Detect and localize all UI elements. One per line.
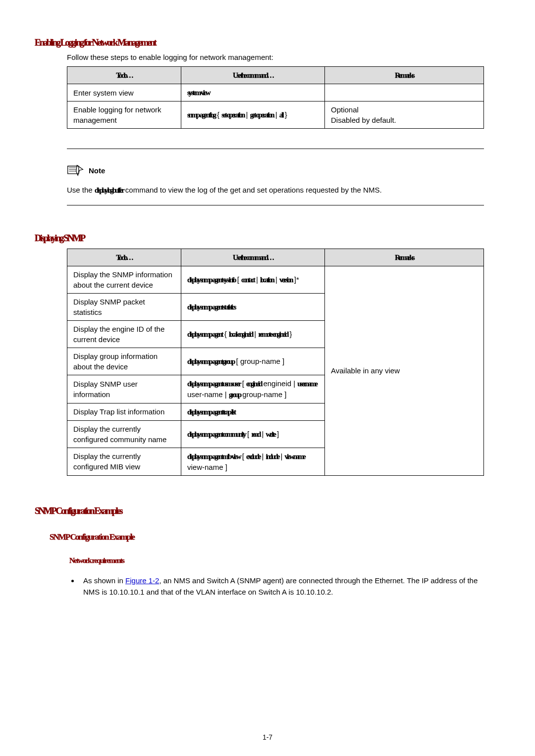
section-heading-logging: Enabling Logging for Network Management xyxy=(35,37,488,48)
cell-remarks xyxy=(325,84,484,101)
cell-command: display snmp-agent trap-list xyxy=(181,403,325,420)
th-remarks: Remarks xyxy=(325,249,484,266)
th-todo: To do… xyxy=(67,249,181,266)
cell-command: display snmp-agent statistics xyxy=(181,293,325,320)
th-remarks: Remarks xyxy=(325,67,484,84)
list-item: As shown in Figure 1-2, an NMS and Switc… xyxy=(79,575,488,598)
cell-todo: Display group information about the devi… xyxy=(67,348,181,375)
cell-command: display snmp-agent mib-view [ exclude | … xyxy=(181,448,325,475)
page-number: 1-7 xyxy=(0,733,535,741)
cell-todo: Display the SNMP information about the c… xyxy=(67,266,181,293)
cell-remarks: Optional Disabled by default. xyxy=(325,101,484,129)
cell-command: display snmp-agent sys-info [ contact | … xyxy=(181,266,325,293)
cell-todo: Display the currently configured MIB vie… xyxy=(67,448,181,475)
figure-link[interactable]: Figure 1-2 xyxy=(125,576,159,585)
table-header-row: To do… Use the command… Remarks xyxy=(67,67,484,84)
cell-todo: Display SNMP packet statistics xyxy=(67,293,181,320)
subsection-heading-example: SNMP Configuration Example xyxy=(50,532,134,542)
cell-todo: Display the engine ID of the current dev… xyxy=(67,320,181,348)
note-block: Note Use the display logbuffer command t… xyxy=(67,164,488,196)
table-row: Enable logging for network management sn… xyxy=(67,101,484,129)
cell-todo: Enter system view xyxy=(67,84,181,101)
table-row: Enter system view system-view xyxy=(67,84,484,101)
section-heading-examples: SNMP Configuration Examples xyxy=(35,505,488,516)
requirements-list: As shown in Figure 1-2, an NMS and Switc… xyxy=(79,575,488,598)
section-heading-displaying: Displaying SNMP xyxy=(35,233,488,244)
cell-command: display snmp-agent community [ read | wr… xyxy=(181,420,325,448)
cell-todo: Display Trap list information xyxy=(67,403,181,420)
subheading-network-req: Network requirements xyxy=(69,556,124,564)
intro-text: Follow these steps to enable logging for… xyxy=(67,53,488,61)
table-row: Display the SNMP information about the c… xyxy=(67,266,484,293)
th-todo: To do… xyxy=(67,67,181,84)
cell-todo: Enable logging for network management xyxy=(67,101,181,129)
note-text: Use the display logbuffer command to vie… xyxy=(67,185,488,196)
note-label: Note xyxy=(89,166,105,175)
cell-command: display snmp-agent group [ group-name ] xyxy=(181,348,325,375)
cell-command: system-view xyxy=(181,84,325,101)
cell-command: display snmp-agent { local-engineid | re… xyxy=(181,320,325,348)
display-table: To do… Use the command… Remarks Display … xyxy=(67,249,484,476)
cell-todo: Display the currently configured communi… xyxy=(67,420,181,448)
th-command: Use the command… xyxy=(181,249,325,266)
table-header-row: To do… Use the command… Remarks xyxy=(67,249,484,266)
th-command: Use the command… xyxy=(181,67,325,84)
cell-todo: Display SNMP user information xyxy=(67,375,181,403)
cell-command: snmp-agent log { set-operation | get-ope… xyxy=(181,101,325,129)
cell-remarks: Available in any view xyxy=(325,266,484,475)
note-icon xyxy=(67,164,84,177)
logging-table: To do… Use the command… Remarks Enter sy… xyxy=(67,66,484,129)
cell-command: display snmp-agent usm-user [ engineid e… xyxy=(181,375,325,403)
